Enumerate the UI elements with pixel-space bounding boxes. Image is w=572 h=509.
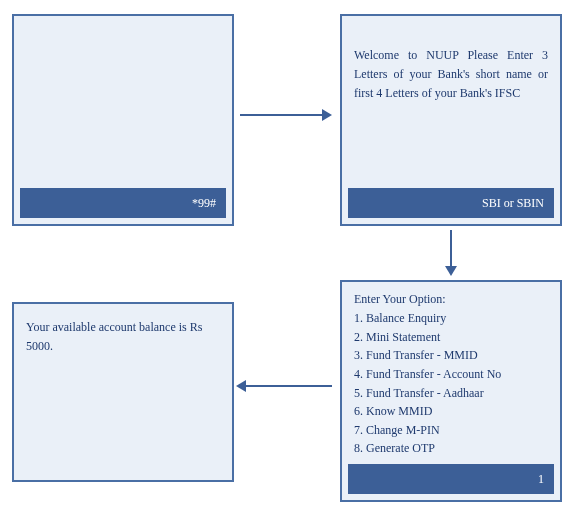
step1-input-text: *99# [192,196,216,211]
step2-message: Welcome to NUUP Please Enter 3 Letters o… [342,16,560,114]
list-item: 6. Know MMID [354,402,548,421]
step1-screen: *99# [12,14,234,226]
step2-input-text: SBI or SBIN [482,196,544,211]
arrow-step2-to-step3 [450,230,452,274]
list-item: 1. Balance Enquiry [354,309,548,328]
list-item: 4. Fund Transfer - Account No [354,365,548,384]
step1-input-bar[interactable]: *99# [20,188,226,218]
step3-options: 1. Balance Enquiry 2. Mini Statement 3. … [354,309,548,458]
step3-heading: Enter Your Option: [354,290,548,309]
list-item: 3. Fund Transfer - MMID [354,346,548,365]
arrow-step1-to-step2 [240,114,330,116]
list-item: 2. Mini Statement [354,328,548,347]
step4-screen: Your available account balance is Rs 500… [12,302,234,482]
list-item: 7. Change M-PIN [354,421,548,440]
step1-body [14,16,232,36]
step3-input-bar[interactable]: 1 [348,464,554,494]
step3-screen: Enter Your Option: 1. Balance Enquiry 2.… [340,280,562,502]
step4-message: Your available account balance is Rs 500… [14,304,232,366]
step2-screen: Welcome to NUUP Please Enter 3 Letters o… [340,14,562,226]
list-item: 5. Fund Transfer - Aadhaar [354,384,548,403]
arrow-step3-to-step4 [238,385,332,387]
step3-input-text: 1 [538,472,544,487]
step2-input-bar[interactable]: SBI or SBIN [348,188,554,218]
list-item: 8. Generate OTP [354,439,548,458]
step3-body: Enter Your Option: 1. Balance Enquiry 2.… [342,282,560,466]
